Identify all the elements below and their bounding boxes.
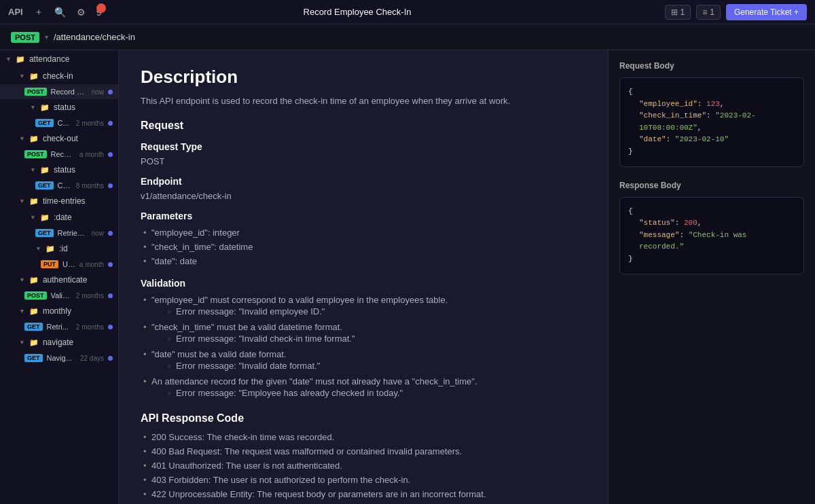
item-status-dot <box>108 325 113 329</box>
group-label-checkout: check-out <box>43 134 78 143</box>
description-text: This API endpoint is used to record the … <box>141 94 586 109</box>
method-tag-post: POST <box>24 88 47 96</box>
method-tag-post: POST <box>24 150 47 158</box>
item-status-dot <box>108 183 113 188</box>
top-bar-icons: ＋ 🔍 ⚙ 9 <box>31 5 105 20</box>
group-label-status1: status <box>54 103 75 112</box>
chevron-down-icon: ▼ <box>19 276 25 283</box>
list-item: 403 Forbidden: The user is not authorize… <box>141 473 586 487</box>
sidebar-subgroup-status1-header[interactable]: ▼ 📁 status <box>0 99 118 115</box>
filter-icon-btn[interactable]: ⚙ <box>74 5 88 19</box>
item-name: Recor... <box>51 150 75 158</box>
sidebar-subgroup-monthly-header[interactable]: ▼ 📁 monthly <box>0 303 118 319</box>
group-label-date: :date <box>54 213 72 222</box>
sidebar-group-attendance: ▼ 📁 attendance ▼ 📁 check-in POST Record … <box>0 50 118 365</box>
item-status-dot <box>108 293 113 298</box>
sidebar-item-status-get1[interactable]: GET C... 2 months <box>0 115 118 130</box>
item-name: Record E... <box>51 88 88 96</box>
folder-icon: 📁 <box>29 276 39 285</box>
api-response-title: API Response Code <box>141 412 586 425</box>
item-time: 2 months <box>76 323 104 331</box>
item-time: a month <box>79 261 104 268</box>
folder-icon: 📁 <box>46 245 55 253</box>
list-item: "check_in_time": datetime <box>141 240 586 254</box>
add-icon-btn[interactable]: ＋ <box>31 5 46 20</box>
sidebar-subgroup-navigate-header[interactable]: ▼ 📁 navigate <box>0 334 118 350</box>
method-tag-get: GET <box>24 354 43 362</box>
generate-ticket-button[interactable]: Generate Ticket + <box>726 4 807 20</box>
list-item: "check_in_time" must be a valid datetime… <box>141 320 586 347</box>
sidebar-subgroup-navigate: ▼ 📁 navigate GET Navig... 22 days <box>0 334 118 365</box>
list-view-toggle[interactable]: ≡ 1 <box>696 5 721 20</box>
item-time: now <box>92 230 104 237</box>
group-label-authenticate: authenticate <box>43 275 87 285</box>
method-tag-get: GET <box>35 181 54 190</box>
method-tag-post: POST <box>24 291 47 300</box>
right-panel: Request Body { "employee_id": 123, "chec… <box>608 50 815 504</box>
group-label-navigate: navigate <box>43 338 73 347</box>
method-chevron[interactable]: ▾ <box>45 33 48 41</box>
chevron-down-icon: ▼ <box>5 56 12 62</box>
folder-icon: 📁 <box>29 197 39 206</box>
item-status-dot <box>108 152 113 157</box>
parameters-title: Parameters <box>141 211 586 221</box>
grid-count: 1 <box>681 7 685 17</box>
item-time: now <box>92 88 104 96</box>
sidebar-item-validate[interactable]: POST Valid... 2 months <box>0 288 118 303</box>
item-name: C... <box>58 119 72 127</box>
response-body-title: Response Body <box>619 181 804 190</box>
sidebar-group-attendance-header[interactable]: ▼ 📁 attendance <box>0 50 118 68</box>
list-item: Error message: "Invalid check-in time fo… <box>165 332 586 345</box>
chevron-down-icon: ▼ <box>30 214 36 221</box>
sidebar-item-update[interactable]: PUT Updat... a month <box>0 257 118 272</box>
top-bar-right: ⊞ 1 ≡ 1 Generate Ticket + <box>665 4 807 20</box>
sidebar-item-record-employee[interactable]: POST Record E... now <box>0 84 118 99</box>
item-status-dot <box>108 356 113 361</box>
item-time: 2 months <box>76 120 104 127</box>
group-label-status2: status <box>54 165 75 175</box>
request-type-value: POST <box>141 156 586 166</box>
sidebar: ▼ 📁 attendance ▼ 📁 check-in POST Record … <box>0 50 119 504</box>
parameters-list: "employee_id": integer "check_in_time": … <box>141 226 586 268</box>
list-item: 500 Internal Server Error: An unexpected… <box>141 501 586 504</box>
group-label-monthly: monthly <box>43 306 71 316</box>
folder-icon: 📁 <box>16 55 25 64</box>
sidebar-subgroup-date-header[interactable]: ▼ 📁 :date <box>0 209 118 226</box>
sidebar-item-retrieve-date[interactable]: GET Retrieve D... now <box>0 226 118 240</box>
item-time: 2 months <box>76 292 104 300</box>
sidebar-item-status-get2[interactable]: GET Ch... 8 months <box>0 178 118 193</box>
group-label-id: :id <box>59 244 68 253</box>
grid-view-toggle[interactable]: ⊞ 1 <box>665 5 691 20</box>
method-tag-get: GET <box>35 119 54 127</box>
chevron-down-icon: ▼ <box>19 73 25 79</box>
sidebar-item-checkout-post[interactable]: POST Recor... a month <box>0 147 118 162</box>
sidebar-subgroup-id-header[interactable]: ▼ 📁 :id <box>0 240 118 257</box>
chevron-down-icon: ▼ <box>19 339 25 346</box>
grid-icon: ⊞ <box>671 7 678 17</box>
notification-btn[interactable]: 9 <box>94 5 105 19</box>
sidebar-subgroup-checkout-header[interactable]: ▼ 📁 check-out <box>0 130 118 147</box>
sidebar-subgroup-authenticate-header[interactable]: ▼ 📁 authenticate <box>0 272 118 288</box>
sidebar-subgroup-status2-header[interactable]: ▼ 📁 status <box>0 162 118 178</box>
brand-label: API <box>8 7 23 17</box>
folder-icon: 📁 <box>29 134 39 143</box>
sidebar-subgroup-timeentries-header[interactable]: ▼ 📁 time-entries <box>0 193 118 209</box>
main-doc: Description This API endpoint is used to… <box>119 50 608 504</box>
chevron-down-icon: ▼ <box>35 245 41 252</box>
sidebar-item-navigate-get[interactable]: GET Navig... 22 days <box>0 350 118 365</box>
notification-badge <box>96 3 106 13</box>
sidebar-item-monthly-get[interactable]: GET Retri... 2 months <box>0 319 118 334</box>
main-layout: ▼ 📁 attendance ▼ 📁 check-in POST Record … <box>0 50 815 504</box>
search-icon-btn[interactable]: 🔍 <box>52 5 69 19</box>
chevron-down-icon: ▼ <box>30 104 36 111</box>
validation-title: Validation <box>141 278 586 289</box>
folder-icon: 📁 <box>29 72 39 81</box>
folder-icon: 📁 <box>40 103 50 112</box>
sidebar-subgroup-checkin-header[interactable]: ▼ 📁 check-in <box>0 68 118 84</box>
folder-icon: 📁 <box>29 338 39 347</box>
content-area: Description This API endpoint is used to… <box>119 50 815 504</box>
item-status-dot <box>108 121 113 126</box>
group-label-attendance: attendance <box>29 54 69 64</box>
response-body-section: Response Body { "status": 200, "message"… <box>619 181 804 274</box>
sidebar-subgroup-authenticate: ▼ 📁 authenticate POST Valid... 2 months <box>0 272 118 303</box>
